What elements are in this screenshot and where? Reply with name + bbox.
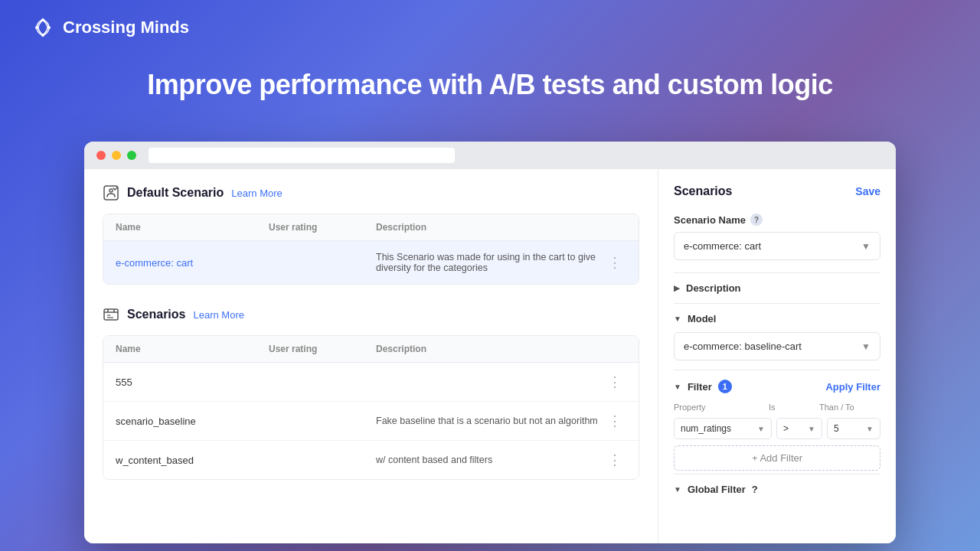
filter-property-select[interactable]: num_ratings ▼: [674, 418, 772, 439]
filter-badge: 1: [718, 380, 732, 393]
scenarios-table: Name User rating Description 555 ⋮ scena…: [103, 335, 639, 480]
row1-menu[interactable]: ⋮: [603, 373, 626, 390]
svg-rect-6: [104, 309, 118, 320]
scenarios-table-header: Name User rating Description: [103, 336, 639, 363]
scenario-name-chevron: ▼: [861, 241, 871, 252]
svg-point-3: [41, 34, 44, 37]
browser-dot-red: [96, 151, 106, 160]
browser-bar: [84, 142, 896, 169]
apply-filter-button[interactable]: Apply Filter: [825, 381, 880, 393]
default-col-rating: User rating: [269, 222, 376, 233]
scenarios-col-name: Name: [116, 344, 269, 354]
filter-property-header: Property: [674, 403, 764, 412]
row3-desc: w/ content based and filters: [376, 455, 603, 465]
description-header[interactable]: ▶ Description: [674, 282, 880, 294]
scenarios-section-header: Scenarios Learn More: [103, 306, 639, 323]
filter-operator-chevron: ▼: [808, 425, 815, 433]
model-select[interactable]: e-commerce: baseline-cart ▼: [674, 332, 880, 360]
header: Crossing Minds: [0, 0, 980, 55]
add-filter-button[interactable]: + Add Filter: [674, 445, 880, 471]
svg-point-1: [47, 26, 51, 29]
global-filter-help-icon[interactable]: ?: [752, 484, 758, 495]
svg-point-0: [35, 26, 38, 29]
filter-value-select[interactable]: 5 ▼: [827, 418, 880, 439]
table-row[interactable]: w_content_based w/ content based and fil…: [103, 441, 639, 479]
default-col-menu: [603, 222, 626, 233]
scenario-name-field: Scenario Name ? e-commerce: cart ▼: [674, 214, 880, 260]
model-chevron: ▼: [861, 341, 871, 352]
description-label: Description: [686, 282, 741, 294]
row2-desc: Fake baseline that is a scenario but not…: [376, 416, 603, 426]
global-filter-header[interactable]: ▼ Global Filter ?: [674, 484, 880, 495]
row2-menu[interactable]: ⋮: [603, 412, 626, 429]
default-col-desc: Description: [376, 222, 603, 233]
logo-icon: [31, 15, 55, 40]
filter-section: ▼ Filter 1 Apply Filter Property Is Than…: [674, 370, 880, 471]
scenario-name-cell[interactable]: e-commerce: cart: [116, 257, 269, 269]
left-panel: Default Scenario Learn More Name User ra…: [84, 169, 658, 543]
filter-title-group: ▼ Filter 1: [674, 380, 732, 393]
filter-than-to-header: Than / To: [819, 403, 880, 412]
default-col-name: Name: [116, 222, 269, 233]
row3-name: w_content_based: [116, 455, 269, 466]
brand-name: Crossing Minds: [63, 18, 189, 37]
filter-is-header: Is: [769, 403, 815, 412]
filter-operator-value: >: [783, 423, 789, 434]
browser-window: Default Scenario Learn More Name User ra…: [84, 142, 896, 543]
scenario-name-help-icon[interactable]: ?: [750, 214, 763, 226]
scenarios-col-desc: Description: [376, 344, 603, 354]
row1-name: 555: [116, 377, 269, 388]
scenarios-learn-more[interactable]: Learn More: [193, 309, 243, 321]
right-panel-title: Scenarios: [674, 184, 732, 198]
scenarios-col-menu: [603, 344, 626, 354]
browser-url-bar: [149, 148, 455, 163]
table-row[interactable]: 555 ⋮: [103, 363, 639, 402]
right-panel: Scenarios Save Scenario Name ? e-commerc…: [658, 169, 896, 543]
browser-dot-green: [127, 151, 136, 160]
row2-name: scenario_baseline: [116, 416, 269, 427]
right-panel-header: Scenarios Save: [674, 184, 880, 198]
model-label: Model: [688, 313, 717, 324]
description-arrow: ▶: [674, 284, 680, 292]
model-header[interactable]: ▼ Model: [674, 313, 880, 324]
default-scenario-table: Name User rating Description e-commerce:…: [103, 214, 639, 285]
scenario-name-label: Scenario Name ?: [674, 214, 880, 226]
filter-column-headers: Property Is Than / To: [674, 403, 880, 412]
filter-property-chevron: ▼: [757, 425, 765, 433]
scenario-desc-cell: This Scenario was made for using in the …: [376, 252, 603, 273]
global-filter-label: Global Filter: [688, 484, 746, 495]
global-filter-section: ▼ Global Filter ?: [674, 474, 880, 495]
filter-operator-select[interactable]: > ▼: [776, 418, 822, 439]
description-collapsible: ▶ Description: [674, 272, 880, 303]
scenario-name-value: e-commerce: cart: [684, 240, 761, 252]
table-row[interactable]: e-commerce: cart This Scenario was made …: [103, 241, 639, 284]
filter-row: num_ratings ▼ > ▼ 5 ▼: [674, 418, 880, 439]
filter-value-chevron: ▼: [866, 425, 874, 433]
table-row[interactable]: scenario_baseline Fake baseline that is …: [103, 402, 639, 441]
scenarios-col-rating: User rating: [269, 344, 376, 354]
model-arrow: ▼: [674, 315, 681, 323]
browser-dot-yellow: [112, 151, 121, 160]
row3-menu[interactable]: ⋮: [603, 452, 626, 468]
model-value: e-commerce: baseline-cart: [684, 341, 802, 352]
scenarios-section-title: Scenarios: [127, 308, 185, 321]
global-filter-arrow: ▼: [674, 485, 681, 494]
default-scenario-learn-more[interactable]: Learn More: [231, 187, 282, 199]
scenario-name-select[interactable]: e-commerce: cart ▼: [674, 232, 880, 260]
svg-point-2: [41, 18, 44, 21]
default-scenario-title: Default Scenario: [127, 186, 224, 200]
default-scenario-header: Default Scenario Learn More: [103, 184, 639, 201]
save-button[interactable]: Save: [855, 185, 880, 197]
filter-property-value: num_ratings: [681, 423, 731, 434]
scenarios-icon: [103, 306, 119, 323]
filter-value: 5: [834, 423, 839, 434]
filter-header: ▼ Filter 1 Apply Filter: [674, 380, 880, 393]
filter-arrow[interactable]: ▼: [674, 383, 681, 391]
default-scenario-table-header: Name User rating Description: [103, 214, 639, 241]
default-scenario-icon: [103, 184, 119, 201]
browser-content: Default Scenario Learn More Name User ra…: [84, 169, 896, 543]
model-collapsible: ▼ Model e-commerce: baseline-cart ▼: [674, 303, 880, 370]
logo: Crossing Minds: [31, 15, 189, 40]
row-menu-btn[interactable]: ⋮: [603, 254, 626, 271]
hero-title: Improve performance with A/B tests and c…: [0, 69, 980, 101]
